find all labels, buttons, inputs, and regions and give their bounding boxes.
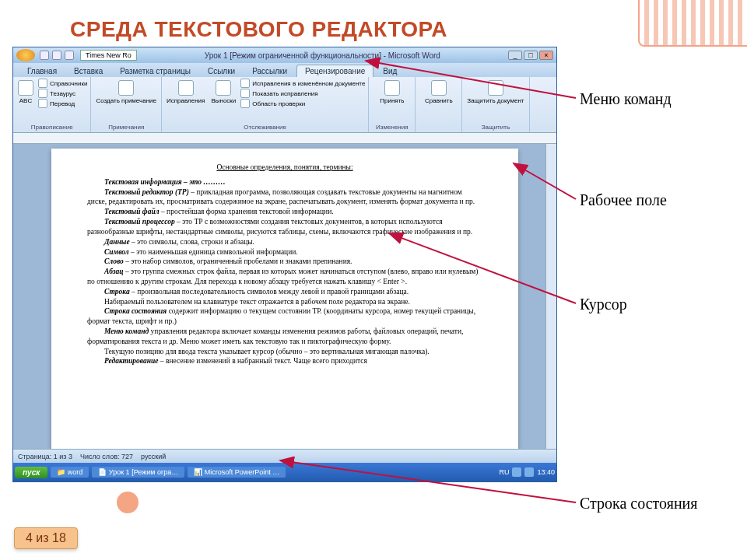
doc-heading: Основные определения, понятия, термины: (87, 163, 482, 173)
tab-mailings[interactable]: Рассылки (244, 65, 295, 77)
minimize-button[interactable]: _ (508, 51, 522, 60)
doc-paragraph: Текущую позицию для ввода текста указыва… (87, 347, 482, 357)
tray-icon[interactable] (524, 467, 534, 477)
tab-references[interactable]: Ссылки (200, 65, 243, 77)
lock-icon (488, 80, 503, 96)
windows-taskbar: пуск 📁 word 📄 Урок 1 [Режим огра… 📊 Micr… (13, 463, 556, 481)
slide-nav-button[interactable]: 4 из 18 (14, 527, 78, 549)
status-words[interactable]: Число слов: 727 (80, 453, 133, 460)
doc-paragraph: Абзац – это группа смежных строк файла, … (87, 267, 482, 287)
thesaurus-icon (38, 89, 47, 98)
doc-paragraph: Слово – это набор символов, ограниченный… (87, 257, 482, 267)
vertical-scrollbar[interactable] (545, 144, 556, 449)
doc-paragraph: Текстовый файл – простейшая форма хранен… (87, 207, 482, 217)
document-area[interactable]: Основные определения, понятия, термины: … (13, 144, 556, 449)
doc-paragraph: Строка состояния содержит информацию о т… (87, 306, 482, 327)
taskbar-item[interactable]: 📁 word (51, 467, 89, 478)
doc-paragraph: Набираемый пользователем на клавиатуре т… (87, 297, 482, 307)
font-name-box[interactable]: Times New Ro (80, 50, 137, 61)
track-changes-button[interactable]: Исправления (165, 79, 206, 108)
doc-paragraph: Редактирование – внесение изменений в на… (87, 356, 482, 366)
protect-button[interactable]: Защитить документ (465, 79, 525, 106)
tray-clock: 13:40 (537, 468, 555, 476)
callout-cursor: Курсор (580, 296, 627, 313)
balloon-icon (216, 80, 231, 96)
maximize-button[interactable]: □ (524, 51, 538, 60)
tray-language[interactable]: RU (499, 468, 509, 476)
window-title: Урок 1 [Режим ограниченной функционально… (137, 51, 508, 60)
doc-icon (240, 79, 250, 88)
doc-paragraph: Текстовый процессор – это ТР с возможнос… (87, 217, 482, 237)
group-tracking: Исправления Выноски Исправления в изменё… (162, 77, 369, 132)
word-window: Times New Ro Урок 1 [Режим ограниченной … (12, 47, 557, 482)
compare-icon (431, 80, 447, 96)
taskbar-item[interactable]: 📄 Урок 1 [Режим огра… (92, 467, 184, 478)
new-comment-button[interactable]: Создать примечание (94, 79, 158, 106)
group-compare: Сравнить (416, 77, 462, 132)
office-button-icon[interactable] (16, 49, 35, 61)
callout-workspace: Рабочее поле (580, 191, 667, 209)
display-for-review-dropdown[interactable]: Исправления в изменённом документе (240, 79, 365, 88)
group-comments: Создать примечание Примечания (91, 77, 162, 132)
book-icon (38, 79, 47, 88)
redo-icon[interactable] (65, 51, 74, 60)
save-icon[interactable] (40, 51, 49, 60)
tab-insert[interactable]: Вставка (66, 65, 110, 77)
taskbar-item[interactable]: 📊 Microsoft PowerPoint … (188, 467, 286, 478)
thesaurus-button[interactable]: Тезаурус (38, 89, 87, 98)
spelling-button[interactable]: ABC (16, 79, 35, 108)
doc-paragraph: Данные – это символы, слова, строки и аб… (87, 237, 482, 247)
reviewing-pane-button[interactable]: Область проверки (240, 99, 365, 108)
accept-button[interactable]: Принять (372, 79, 412, 106)
quick-access-toolbar[interactable] (40, 51, 74, 60)
balloons-button[interactable]: Выноски (209, 79, 237, 108)
doc-paragraph: Текстовая информация – это ……… (87, 177, 482, 187)
translate-icon (38, 99, 47, 108)
pane-icon (240, 99, 250, 108)
markup-icon (240, 89, 250, 98)
translate-button[interactable]: Перевод (38, 99, 87, 108)
status-page[interactable]: Страница: 1 из 3 (18, 453, 72, 460)
group-protect: Защитить документ Защитить (462, 77, 529, 132)
compare-button[interactable]: Сравнить (419, 79, 458, 106)
page[interactable]: Основные определения, понятия, термины: … (51, 149, 518, 449)
group-proofing: ABC Справочники Тезаурус Перевод Правопи… (13, 77, 91, 132)
doc-paragraph: Текстовый редактор (ТР) – прикладная про… (87, 187, 482, 208)
undo-icon[interactable] (52, 51, 61, 60)
start-button[interactable]: пуск (15, 467, 47, 478)
tab-layout[interactable]: Разметка страницы (112, 65, 198, 77)
slide-title: СРЕДА ТЕКСТОВОГО РЕДАКТОРА (70, 17, 447, 42)
status-language[interactable]: русский (141, 453, 166, 460)
abc-icon (18, 80, 33, 96)
decoration-dot (117, 492, 139, 513)
title-bar: Times New Ro Урок 1 [Режим ограниченной … (13, 47, 556, 63)
ribbon: ABC Справочники Тезаурус Перевод Правопи… (13, 77, 556, 133)
ruler[interactable] (13, 133, 556, 144)
status-bar[interactable]: Страница: 1 из 3 Число слов: 727 русский (13, 449, 556, 463)
slide: СРЕДА ТЕКСТОВОГО РЕДАКТОРА Times New Ro … (0, 0, 747, 560)
callout-statusbar: Строка состояния (580, 495, 698, 513)
decoration-corner (638, 0, 747, 47)
tab-home[interactable]: Главная (19, 65, 65, 77)
comment-icon (118, 80, 134, 96)
doc-paragraph: Строка – произвольная последовательность… (87, 287, 482, 297)
window-controls: _ □ × (508, 51, 553, 60)
accept-icon (384, 80, 400, 96)
callout-menu: Меню команд (580, 90, 672, 108)
doc-paragraph: Меню команд управления редактора включае… (87, 327, 482, 347)
show-markup-button[interactable]: Показать исправления (240, 89, 365, 98)
system-tray[interactable]: RU 13:40 (499, 467, 555, 477)
ribbon-tabs: Главная Вставка Разметка страницы Ссылки… (13, 63, 556, 77)
tab-view[interactable]: Вид (375, 65, 405, 77)
tab-review[interactable]: Рецензирование (296, 65, 374, 77)
group-changes: Принять Изменения (369, 77, 416, 132)
research-button[interactable]: Справочники (38, 79, 87, 88)
track-icon (178, 80, 194, 96)
tray-icon[interactable] (512, 467, 521, 477)
doc-paragraph: Символ – это наименьшая единица символьн… (87, 247, 482, 257)
close-button[interactable]: × (539, 51, 553, 60)
